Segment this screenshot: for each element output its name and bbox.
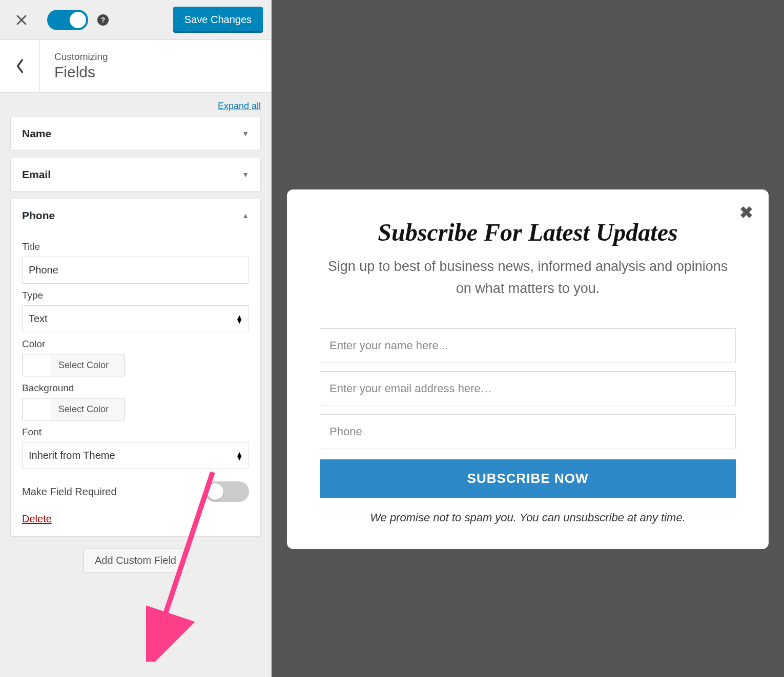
popup-subtext: Sign up to best of business news, inform…	[320, 256, 736, 300]
delete-field-link[interactable]: Delete	[22, 513, 52, 525]
type-field-label: Type	[22, 290, 249, 301]
publish-toggle[interactable]	[47, 10, 88, 30]
accordion-phone-body: Title Type Text ▲▼ Color Select Color Ba…	[11, 232, 260, 536]
breadcrumb-pretitle: Customizing	[54, 51, 108, 62]
select-color-button[interactable]: Select Color	[51, 354, 124, 376]
help-icon[interactable]: ?	[97, 14, 109, 26]
font-select[interactable]: Inherit from Theme	[22, 442, 249, 469]
accordion-name-header[interactable]: Name ▼	[11, 117, 260, 150]
add-custom-field-button[interactable]: Add Custom Field	[83, 548, 188, 573]
chevron-up-icon: ▲	[242, 211, 249, 220]
subscribe-popup: ✖ Subscribe For Latest Updates Sign up t…	[287, 189, 769, 549]
save-changes-button[interactable]: Save Changes	[173, 7, 263, 33]
type-select[interactable]: Text	[22, 305, 249, 332]
customizer-topbar: ? Save Changes	[0, 0, 271, 40]
accordion-label: Phone	[22, 209, 55, 222]
title-field-label: Title	[22, 241, 249, 252]
color-picker: Select Color	[22, 354, 125, 376]
color-swatch[interactable]	[23, 354, 51, 376]
background-picker: Select Color	[22, 398, 125, 420]
accordion-phone-header[interactable]: Phone ▲	[11, 199, 260, 232]
color-field-label: Color	[22, 338, 249, 350]
popup-heading: Subscribe For Latest Updates	[320, 218, 736, 246]
select-bg-color-button[interactable]: Select Color	[51, 398, 124, 420]
customizer-sidebar: ? Save Changes Customizing Fields Expand…	[0, 0, 272, 677]
chevron-down-icon: ▼	[242, 130, 249, 138]
background-field-label: Background	[22, 383, 249, 394]
popup-promise-text: We promise not to spam you. You can unsu…	[320, 511, 736, 524]
required-field-label: Make Field Required	[22, 486, 117, 498]
fields-panel: Expand all Name ▼ Email ▼ Phone ▲ Title …	[0, 93, 271, 594]
email-input[interactable]	[320, 371, 736, 406]
accordion-label: Name	[22, 128, 51, 140]
close-customizer-button[interactable]	[8, 7, 35, 33]
phone-input[interactable]	[320, 414, 736, 449]
required-toggle[interactable]	[205, 481, 249, 502]
back-button[interactable]	[0, 40, 40, 92]
accordion-name: Name ▼	[10, 117, 261, 151]
accordion-label: Email	[22, 168, 51, 181]
name-input[interactable]	[320, 328, 736, 363]
expand-all-row: Expand all	[10, 101, 261, 112]
breadcrumb: Customizing Fields	[0, 40, 271, 93]
chevron-left-icon	[15, 58, 25, 74]
accordion-email-header[interactable]: Email ▼	[11, 158, 260, 191]
chevron-down-icon: ▼	[242, 171, 249, 179]
subscribe-button[interactable]: SUBSCRIBE NOW	[320, 459, 736, 498]
accordion-email: Email ▼	[10, 158, 261, 192]
accordion-phone: Phone ▲ Title Type Text ▲▼ Color Select …	[10, 199, 261, 537]
page-title: Fields	[54, 64, 108, 81]
close-icon	[15, 14, 28, 26]
preview-pane: ✖ Subscribe For Latest Updates Sign up t…	[272, 0, 784, 677]
font-field-label: Font	[22, 427, 249, 438]
title-input[interactable]	[22, 257, 249, 284]
expand-all-link[interactable]: Expand all	[218, 101, 261, 111]
color-swatch[interactable]	[23, 398, 51, 420]
popup-close-button[interactable]: ✖	[739, 203, 753, 222]
